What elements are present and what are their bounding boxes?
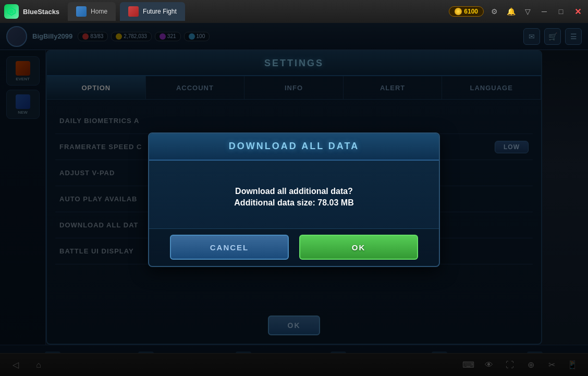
dialog-title: DOWNLOAD ALL DATA xyxy=(229,141,359,152)
close-button[interactable]: ✕ xyxy=(571,5,584,18)
game-tab-icon xyxy=(128,6,139,17)
game-area: BigBilly2099 83/83 2,782,033 321 100 ✉ 🛒… xyxy=(0,23,588,376)
title-bar: BlueStacks Home Future Fight 6100 ⚙ 🔔 ▽ … xyxy=(0,0,588,23)
bluestacks-logo xyxy=(4,4,19,19)
maximize-button[interactable]: □ xyxy=(555,5,567,18)
more-icon-btn[interactable]: ▽ xyxy=(521,5,534,18)
dialog-message-line1: Download all additional data? xyxy=(235,187,353,196)
svg-marker-1 xyxy=(9,9,14,14)
tab-future-fight[interactable]: Future Fight xyxy=(120,2,185,21)
dialog-message-line2: Additional data size: 78.03 MB xyxy=(234,198,353,208)
tab-home[interactable]: Home xyxy=(68,2,116,21)
dialog-body: Download all additional data? Additional… xyxy=(149,161,439,228)
settings-icon-btn[interactable]: ⚙ xyxy=(488,5,500,18)
minimize-button[interactable]: ─ xyxy=(538,5,550,18)
title-bar-right: 6100 ⚙ 🔔 ▽ ─ □ ✕ xyxy=(449,5,584,18)
game-tab-label: Future Fight xyxy=(143,8,177,15)
download-dialog: DOWNLOAD ALL DATA Download all additiona… xyxy=(148,132,440,267)
app-name-label: BlueStacks xyxy=(23,8,59,16)
cancel-button[interactable]: CANCEL xyxy=(170,235,289,260)
coin-count: 6100 xyxy=(464,8,478,15)
coin-badge: 6100 xyxy=(449,6,484,17)
coin-icon xyxy=(455,8,462,15)
dialog-footer: CANCEL OK xyxy=(149,228,439,266)
home-tab-icon xyxy=(76,6,87,17)
dialog-overlay: DOWNLOAD ALL DATA Download all additiona… xyxy=(0,23,588,376)
home-tab-label: Home xyxy=(91,8,107,15)
dialog-title-bar: DOWNLOAD ALL DATA xyxy=(149,134,439,161)
notification-icon-btn[interactable]: 🔔 xyxy=(505,5,517,18)
ok-button[interactable]: OK xyxy=(299,235,418,260)
